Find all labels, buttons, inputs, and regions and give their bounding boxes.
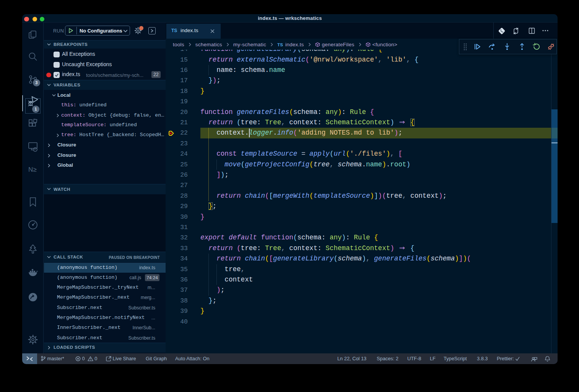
svg-text:N≥: N≥ <box>28 166 37 173</box>
